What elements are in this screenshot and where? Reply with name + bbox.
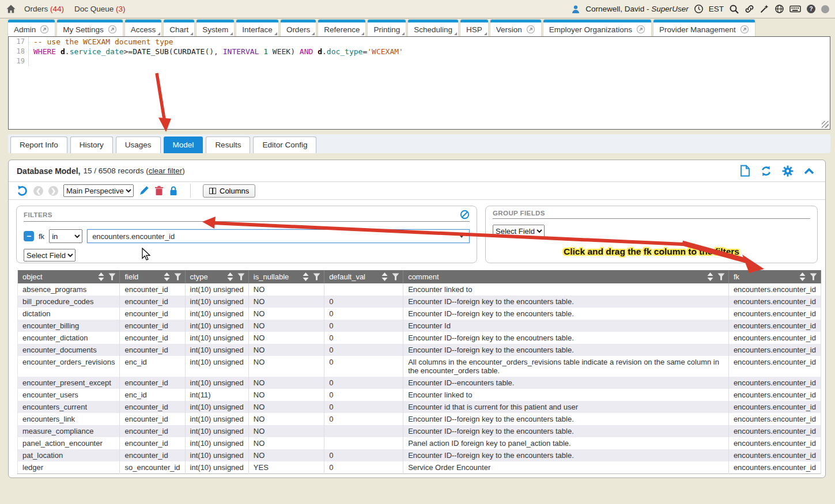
table-row[interactable]: ledgerso_encounter_idint(10) unsignedYES…: [18, 461, 821, 474]
popout-icon[interactable]: [636, 25, 645, 34]
result-tab-results[interactable]: Results: [206, 137, 250, 153]
new-document-icon[interactable]: [739, 165, 750, 177]
column-header-fk[interactable]: fk: [728, 270, 821, 283]
combobox-caret-icon[interactable]: [459, 234, 464, 238]
table-row[interactable]: absence_programsencounter_idint(10) unsi…: [18, 283, 821, 295]
table-cell: panel_action_encounter: [18, 437, 120, 449]
column-header-object[interactable]: object: [18, 270, 120, 283]
refresh-icon[interactable]: [760, 165, 772, 177]
nav-tab-interface[interactable]: Interface: [236, 20, 278, 36]
nav-tab-hsp[interactable]: HSP: [460, 20, 488, 36]
table-row[interactable]: pat_locationencounter_idint(10) unsigned…: [18, 449, 821, 461]
filter-funnel-icon[interactable]: [313, 273, 320, 281]
editor-line[interactable]: 19: [9, 56, 830, 66]
filter-funnel-icon[interactable]: [237, 273, 245, 281]
collapse-panel-icon[interactable]: [803, 167, 815, 175]
perspective-select[interactable]: Main Perspective: [63, 184, 134, 197]
nav-tab-provider-management[interactable]: Provider Management: [653, 20, 755, 36]
result-tab-report-info[interactable]: Report Info: [10, 137, 67, 153]
nav-tab-admin[interactable]: Admin: [8, 20, 55, 36]
editor-line[interactable]: 18WHERE d.service_date>=DATE_SUB(CURDATE…: [9, 47, 830, 56]
filter-funnel-icon[interactable]: [717, 273, 725, 281]
column-header-default_val[interactable]: default_val: [324, 270, 403, 283]
editor-resize-handle[interactable]: [822, 121, 829, 128]
history-back-button[interactable]: ❮: [33, 186, 43, 196]
sql-editor[interactable]: 17-- use the WCEXAM document type18WHERE…: [8, 36, 830, 130]
remove-filter-button[interactable]: −: [24, 231, 34, 241]
globe-icon[interactable]: [774, 4, 784, 14]
history-forward-button[interactable]: ❯: [48, 186, 58, 196]
nav-tab-reference[interactable]: Reference: [318, 20, 365, 36]
table-row[interactable]: encounter_dictationencounter_idint(10) u…: [18, 332, 821, 344]
popout-icon[interactable]: [740, 25, 749, 34]
table-row[interactable]: encounter_orders_revisionsenc_idint(10) …: [18, 356, 821, 377]
table-row[interactable]: panel_action_encounterencounter_idint(10…: [18, 437, 821, 449]
topbar-link[interactable]: Doc Queue (3): [74, 5, 126, 13]
table-row[interactable]: encounters_currentencounter_idint(10) un…: [18, 401, 821, 413]
filter-funnel-icon[interactable]: [810, 273, 817, 281]
nav-tab-chart[interactable]: Chart: [164, 20, 194, 36]
nav-tab-employer-organizations[interactable]: Employer Organizations: [543, 20, 651, 36]
filter-operator-select[interactable]: in: [49, 229, 82, 243]
filter-funnel-icon[interactable]: [392, 273, 399, 281]
clock-icon[interactable]: [694, 4, 704, 14]
group-field-select[interactable]: Select Field: [493, 225, 545, 237]
result-tab-editor-config[interactable]: Editor Config: [253, 137, 316, 153]
topbar-link[interactable]: Orders (44): [24, 5, 64, 13]
column-header-ctype[interactable]: ctype: [185, 270, 248, 283]
filter-value-combobox[interactable]: encounters.encounter_id: [87, 229, 470, 243]
result-tab-usages[interactable]: Usages: [116, 137, 161, 153]
sort-icon[interactable]: [227, 272, 233, 281]
home-icon[interactable]: [6, 4, 16, 14]
link-icon[interactable]: [745, 4, 754, 14]
filter-funnel-icon[interactable]: [174, 273, 182, 281]
table-cell: encounters_current: [18, 401, 120, 413]
filter-funnel-icon[interactable]: [108, 273, 116, 281]
table-row[interactable]: encounter_usersenc_idint(11)NO0Encounter…: [18, 389, 821, 401]
column-header-field[interactable]: field: [120, 270, 185, 283]
sort-icon[interactable]: [164, 272, 170, 281]
nav-tab-scheduling[interactable]: Scheduling: [408, 20, 458, 36]
popout-icon[interactable]: [40, 25, 49, 34]
result-tab-model[interactable]: Model: [164, 137, 203, 153]
table-row[interactable]: encounters_linkencounter_idint(10) unsig…: [18, 413, 821, 425]
gear-icon[interactable]: [782, 165, 794, 177]
popout-icon[interactable]: [526, 25, 535, 34]
column-header-is_nullable[interactable]: is_nullable: [248, 270, 324, 283]
table-row[interactable]: encounter_present_exceptencounter_idint(…: [18, 377, 821, 389]
nav-tab-system[interactable]: System: [197, 20, 234, 36]
table-row[interactable]: dictationencounter_idint(10) unsignedNO0…: [18, 308, 821, 320]
columns-button[interactable]: Columns: [203, 184, 255, 198]
undo-icon[interactable]: [17, 185, 28, 196]
column-header-label: default_val: [329, 272, 365, 281]
nav-tab-printing[interactable]: Printing: [368, 20, 406, 36]
result-tab-history[interactable]: History: [70, 137, 113, 153]
nav-tab-my-settings[interactable]: My Settings: [57, 20, 123, 36]
lock-icon[interactable]: [169, 185, 178, 196]
table-row[interactable]: encounter_documentsencounter_idint(10) u…: [18, 344, 821, 356]
keyboard-icon[interactable]: [789, 5, 801, 13]
user-name[interactable]: Cornewell, David - SuperUser: [585, 5, 689, 13]
table-row[interactable]: encounter_billingencounter_idint(10) uns…: [18, 320, 821, 332]
sort-icon[interactable]: [799, 272, 806, 281]
editor-line[interactable]: 17-- use the WCEXAM document type: [9, 37, 830, 47]
table-row[interactable]: measure_complianceencounter_idint(10) un…: [18, 425, 821, 437]
sort-icon[interactable]: [303, 272, 309, 281]
popout-icon[interactable]: [108, 25, 117, 34]
table-row[interactable]: bill_procedure_codesencounter_idint(10) …: [18, 295, 821, 308]
column-header-comment[interactable]: comment: [403, 270, 729, 283]
sort-icon[interactable]: [707, 272, 713, 281]
add-filter-field-select[interactable]: Select Field: [24, 249, 75, 262]
edit-pencil-icon[interactable]: [139, 185, 149, 196]
sort-icon[interactable]: [381, 272, 388, 281]
delete-trash-icon[interactable]: [154, 185, 164, 196]
clear-filters-icon[interactable]: [460, 210, 470, 219]
nav-tab-version[interactable]: Version: [490, 20, 541, 36]
nav-tab-access[interactable]: Access: [125, 20, 162, 36]
clear-filter-link[interactable]: clear filter: [149, 166, 183, 175]
sort-icon[interactable]: [98, 272, 104, 281]
help-icon[interactable]: ?: [806, 4, 816, 14]
search-icon[interactable]: [729, 4, 739, 14]
nav-tab-orders[interactable]: Orders: [281, 20, 316, 36]
wand-icon[interactable]: [760, 4, 769, 14]
